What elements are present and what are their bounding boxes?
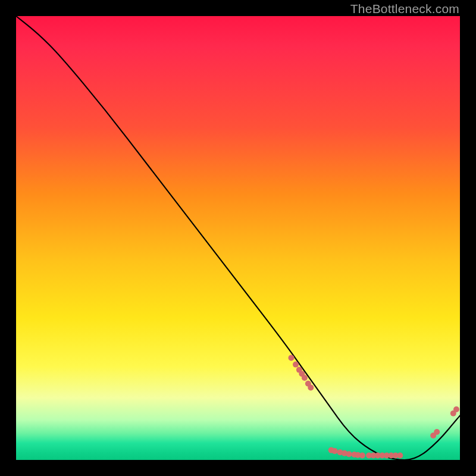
data-point: [453, 406, 459, 412]
data-point: [434, 429, 440, 435]
chart-frame: TheBottleneck.com: [0, 0, 476, 476]
data-point: [359, 453, 365, 459]
data-point: [397, 453, 403, 459]
bottleneck-curve: [16, 16, 460, 460]
data-points: [289, 355, 460, 458]
plot-area: [16, 16, 460, 460]
data-point: [302, 375, 308, 381]
data-point: [293, 362, 299, 368]
data-point: [308, 384, 314, 390]
data-point: [289, 355, 295, 361]
data-point: [332, 448, 338, 454]
chart-svg: [16, 16, 460, 460]
watermark-label: TheBottleneck.com: [350, 2, 459, 16]
data-point: [346, 451, 352, 457]
